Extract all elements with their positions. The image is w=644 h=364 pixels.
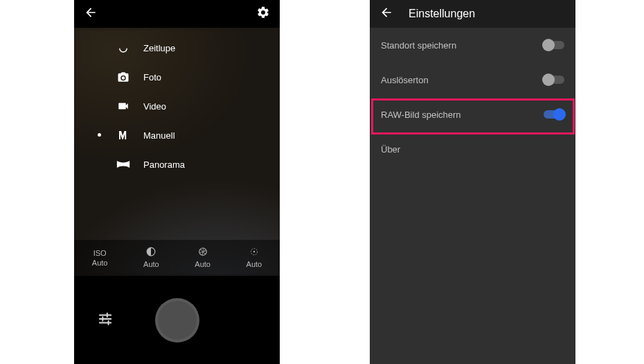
param-exposure[interactable]: Auto bbox=[125, 240, 177, 276]
param-value: Auto bbox=[247, 259, 262, 269]
camera-screen: Zeitlupe Foto Video bbox=[74, 0, 280, 364]
back-icon[interactable] bbox=[84, 6, 98, 22]
setting-about[interactable]: Über bbox=[370, 132, 575, 166]
svg-point-3 bbox=[253, 251, 255, 252]
shutter-button[interactable] bbox=[158, 301, 197, 340]
mode-item-slowmo[interactable]: Zeitlupe bbox=[114, 33, 280, 62]
param-focus[interactable]: Auto bbox=[229, 240, 280, 276]
camera-bottom-bar bbox=[74, 276, 280, 364]
aperture-icon bbox=[198, 247, 208, 259]
toggle-raw[interactable] bbox=[544, 110, 564, 119]
toggle-location[interactable] bbox=[544, 41, 564, 49]
slowmo-icon bbox=[114, 42, 132, 54]
mode-label: Zeitlupe bbox=[143, 43, 175, 53]
settings-title: Einstellungen bbox=[409, 8, 475, 20]
mode-item-photo[interactable]: Foto bbox=[114, 62, 280, 92]
mode-label: Video bbox=[143, 101, 166, 112]
video-icon bbox=[114, 100, 132, 112]
param-iso[interactable]: ISO Auto bbox=[74, 240, 125, 276]
camera-topbar bbox=[74, 0, 280, 28]
contrast-icon bbox=[146, 247, 156, 259]
setting-location[interactable]: Standort speichern bbox=[370, 28, 575, 62]
camera-viewport: Zeitlupe Foto Video bbox=[74, 28, 280, 276]
settings-screen: Einstellungen Standort speichern Auslöse… bbox=[370, 0, 575, 364]
mode-label: Manuell bbox=[143, 130, 175, 141]
camera-icon bbox=[114, 71, 132, 83]
setting-label: Standort speichern bbox=[381, 40, 456, 51]
setting-raw[interactable]: RAW-Bild speichern bbox=[370, 97, 575, 132]
gear-icon[interactable] bbox=[256, 6, 270, 22]
panorama-icon bbox=[114, 159, 132, 169]
param-value: Auto bbox=[195, 259, 211, 269]
mode-item-manual[interactable]: Manuell bbox=[114, 121, 280, 150]
setting-label: RAW-Bild speichern bbox=[381, 110, 461, 120]
setting-label: Über bbox=[381, 144, 400, 155]
mode-item-panorama[interactable]: Panorama bbox=[114, 150, 280, 179]
mode-label: Panorama bbox=[143, 159, 185, 170]
mode-list: Zeitlupe Foto Video bbox=[74, 33, 280, 179]
iso-label: ISO bbox=[93, 248, 107, 258]
toggle-shutter-sound[interactable] bbox=[544, 76, 564, 84]
setting-shutter-sound[interactable]: Auslöserton bbox=[370, 62, 575, 97]
focus-icon bbox=[249, 247, 259, 259]
param-value: Auto bbox=[143, 259, 159, 269]
mode-label: Foto bbox=[143, 72, 161, 83]
manual-params-row: ISO Auto Auto Auto bbox=[74, 240, 280, 276]
settings-list: Standort speichern Auslöserton RAW-Bild … bbox=[370, 28, 575, 166]
mode-item-video[interactable]: Video bbox=[114, 92, 280, 121]
settings-topbar: Einstellungen bbox=[370, 0, 575, 28]
param-value: Auto bbox=[92, 258, 108, 268]
setting-label: Auslöserton bbox=[381, 75, 429, 85]
param-aperture[interactable]: Auto bbox=[177, 240, 229, 276]
tune-icon[interactable] bbox=[98, 311, 113, 329]
manual-icon bbox=[114, 129, 132, 141]
back-icon[interactable] bbox=[379, 6, 409, 22]
